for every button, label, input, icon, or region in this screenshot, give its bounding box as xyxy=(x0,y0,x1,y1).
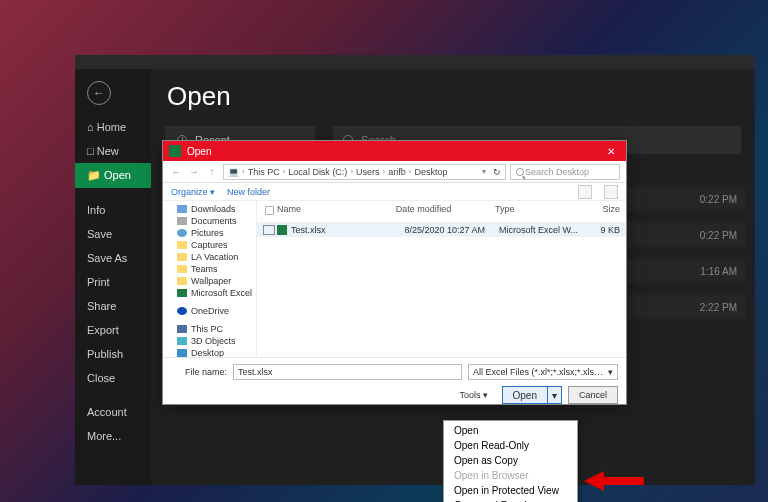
label: Downloads xyxy=(191,204,236,214)
select-all-checkbox[interactable] xyxy=(265,206,274,215)
col-date[interactable]: Date modified xyxy=(396,204,495,219)
sidebar-item-export[interactable]: Export xyxy=(75,318,151,342)
nav-item[interactable]: Pictures xyxy=(163,227,256,239)
sidebar-item-more[interactable]: More... xyxy=(75,424,151,448)
excel-file-icon xyxy=(277,225,287,235)
search-input[interactable]: Search Desktop xyxy=(510,164,620,180)
open-button[interactable]: Open xyxy=(502,386,548,404)
pc-icon: 💻 xyxy=(228,167,239,177)
obj-icon xyxy=(177,337,187,345)
label: Microsoft Excel xyxy=(191,288,252,298)
folder-icon xyxy=(177,265,187,273)
cancel-button[interactable]: Cancel xyxy=(568,386,618,404)
pc-icon xyxy=(177,325,187,333)
nav-item[interactable]: Desktop xyxy=(163,347,256,357)
sidebar-item-save[interactable]: Save xyxy=(75,222,151,246)
dl-icon xyxy=(177,205,187,213)
nav-item[interactable]: Captures xyxy=(163,239,256,251)
file-name: Test.xlsx xyxy=(291,225,404,235)
menu-item[interactable]: Open as Copy xyxy=(444,453,577,468)
label: Wallpaper xyxy=(191,276,231,286)
label: Captures xyxy=(191,240,228,250)
open-icon: 📁 xyxy=(87,169,101,181)
newfolder-button[interactable]: New folder xyxy=(227,187,270,197)
sidebar-item-publish[interactable]: Publish xyxy=(75,342,151,366)
menu-item[interactable]: Open in Protected View xyxy=(444,483,577,498)
sidebar-item-print[interactable]: Print xyxy=(75,270,151,294)
folder-icon xyxy=(177,277,187,285)
chevron-down-icon: ▾ xyxy=(483,390,488,400)
open-file-dialog: Open ✕ ← → ↑ 💻 ›This PC ›Local Disk (C:)… xyxy=(162,140,627,405)
close-button[interactable]: ✕ xyxy=(596,141,626,161)
label: LA Vacation xyxy=(191,252,238,262)
tools-dropdown[interactable]: Tools ▾ xyxy=(460,390,488,400)
filetype-dropdown[interactable]: All Excel Files (*.xl*;*.xlsx;*.xlsm;...… xyxy=(468,364,618,380)
nav-item[interactable]: Microsoft Excel xyxy=(163,287,256,299)
label: Pictures xyxy=(191,228,224,238)
sidebar-item-share[interactable]: Share xyxy=(75,294,151,318)
dialog-footer: File name: Test.xlsx All Excel Files (*.… xyxy=(163,357,626,410)
file-type: Microsoft Excel W... xyxy=(499,225,584,235)
folder-icon xyxy=(177,253,187,261)
nav-item[interactable]: Teams xyxy=(163,263,256,275)
label: 3D Objects xyxy=(191,336,236,346)
col-type[interactable]: Type xyxy=(495,204,584,219)
folder-icon xyxy=(177,241,187,249)
sidebar-item-info[interactable]: Info xyxy=(75,198,151,222)
placeholder: Search Desktop xyxy=(525,167,589,177)
dialog-nav-tree[interactable]: DownloadsDocumentsPicturesCapturesLA Vac… xyxy=(163,201,257,357)
nav-item[interactable]: This PC xyxy=(163,323,256,335)
file-row[interactable]: Test.xlsx 8/25/2020 10:27 AM Microsoft E… xyxy=(257,223,626,237)
nav-item[interactable]: Downloads xyxy=(163,203,256,215)
label: Desktop xyxy=(191,348,224,357)
label: Teams xyxy=(191,264,218,274)
chevron-down-icon[interactable]: ▾ xyxy=(482,167,486,176)
organize-button[interactable]: Organize ▾ xyxy=(171,187,215,197)
sidebar-item-close[interactable]: Close xyxy=(75,366,151,390)
help-button[interactable] xyxy=(604,185,618,199)
nav-item[interactable]: Documents xyxy=(163,215,256,227)
file-size: 9 KB xyxy=(584,225,620,235)
menu-item[interactable]: Open Read-Only xyxy=(444,438,577,453)
sidebar-item-saveas[interactable]: Save As xyxy=(75,246,151,270)
sidebar-item-new[interactable]: □ New xyxy=(75,139,151,163)
refresh-icon[interactable]: ↻ xyxy=(493,167,501,177)
filename-input[interactable]: Test.xlsx xyxy=(233,364,462,380)
new-icon: □ xyxy=(87,145,94,157)
up-icon[interactable]: ↑ xyxy=(205,165,219,179)
excel-icon xyxy=(177,289,187,297)
menu-item[interactable]: Open xyxy=(444,423,577,438)
sidebar-item-account[interactable]: Account xyxy=(75,400,151,424)
search-icon xyxy=(516,168,524,176)
view-button[interactable] xyxy=(578,185,592,199)
col-size[interactable]: Size xyxy=(584,204,620,219)
file-list: Name Date modified Type Size Test.xlsx 8… xyxy=(257,201,626,357)
backstage-sidebar: ← ⌂ Home □ New 📁 Open Info Save Save As … xyxy=(75,69,151,485)
col-name[interactable]: Name xyxy=(277,204,396,219)
window-titlebar xyxy=(75,55,755,69)
back-button[interactable]: ← xyxy=(87,81,111,105)
nav-item[interactable]: LA Vacation xyxy=(163,251,256,263)
open-dropdown-button[interactable]: ▾ xyxy=(548,386,562,404)
nav-item[interactable]: 3D Objects xyxy=(163,335,256,347)
nav-item[interactable]: Wallpaper xyxy=(163,275,256,287)
forward-icon[interactable]: → xyxy=(187,165,201,179)
sidebar-item-open[interactable]: 📁 Open xyxy=(75,163,151,188)
sidebar-item-home[interactable]: ⌂ Home xyxy=(75,115,151,139)
file-date: 8/25/2020 10:27 AM xyxy=(404,225,499,235)
open-split-button[interactable]: Open ▾ xyxy=(502,386,562,404)
menu-item: Open in Browser xyxy=(444,468,577,483)
breadcrumb[interactable]: 💻 ›This PC ›Local Disk (C:) ›Users ›arif… xyxy=(223,164,506,180)
label: Home xyxy=(97,121,126,133)
one-icon xyxy=(177,307,187,315)
label: OneDrive xyxy=(191,306,229,316)
back-icon[interactable]: ← xyxy=(169,165,183,179)
nav-item[interactable]: OneDrive xyxy=(163,305,256,317)
excel-icon xyxy=(169,145,181,157)
dialog-toolbar: Organize ▾ New folder xyxy=(163,183,626,201)
open-dropdown-menu: OpenOpen Read-OnlyOpen as CopyOpen in Br… xyxy=(443,420,578,502)
dialog-title: Open xyxy=(187,146,211,157)
menu-item[interactable]: Open and Repair... xyxy=(444,498,577,502)
file-list-header: Name Date modified Type Size xyxy=(257,201,626,223)
row-checkbox[interactable] xyxy=(263,225,275,235)
